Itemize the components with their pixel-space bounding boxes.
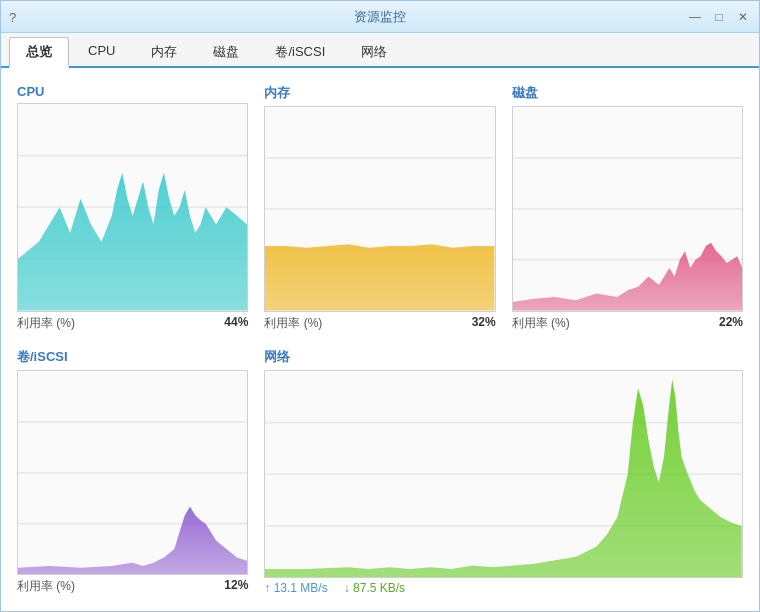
svg-marker-15 bbox=[18, 506, 247, 574]
memory-panel: 内存 利用率 (%) 3 bbox=[264, 84, 495, 332]
minimize-button[interactable]: — bbox=[687, 9, 703, 25]
volume-value: 12% bbox=[224, 578, 248, 595]
svg-marker-11 bbox=[513, 243, 742, 311]
svg-marker-7 bbox=[265, 244, 494, 310]
cpu-title: CPU bbox=[17, 84, 248, 99]
disk-label: 利用率 (%) bbox=[512, 315, 570, 332]
volume-footer: 利用率 (%) 12% bbox=[17, 575, 248, 595]
svg-marker-19 bbox=[265, 379, 742, 577]
close-button[interactable]: ✕ bbox=[735, 9, 751, 25]
disk-panel: 磁盘 利用率 (%) 2 bbox=[512, 84, 743, 332]
memory-label: 利用率 (%) bbox=[264, 315, 322, 332]
tab-volume[interactable]: 卷/iSCSI bbox=[258, 37, 342, 66]
memory-footer: 利用率 (%) 32% bbox=[264, 312, 495, 332]
cpu-footer: 利用率 (%) 44% bbox=[17, 312, 248, 332]
network-download: ↓ 87.5 KB/s bbox=[344, 581, 405, 595]
network-upload: ↑ 13.1 MB/s bbox=[264, 581, 327, 595]
svg-marker-3 bbox=[18, 173, 247, 311]
disk-value: 22% bbox=[719, 315, 743, 332]
tab-cpu[interactable]: CPU bbox=[71, 37, 132, 66]
network-title: 网络 bbox=[264, 348, 743, 366]
cpu-value: 44% bbox=[224, 315, 248, 332]
network-panel: 网络 ↑ 13.1 bbox=[264, 348, 743, 596]
disk-title: 磁盘 bbox=[512, 84, 743, 102]
volume-panel: 卷/iSCSI 利用率 (%) bbox=[17, 348, 248, 596]
cpu-chart bbox=[17, 103, 248, 312]
disk-chart bbox=[512, 106, 743, 312]
memory-value: 32% bbox=[472, 315, 496, 332]
tab-network[interactable]: 网络 bbox=[344, 37, 404, 66]
cpu-label: 利用率 (%) bbox=[17, 315, 75, 332]
download-arrow-icon: ↓ bbox=[344, 581, 353, 595]
main-window: ? 资源监控 — □ ✕ 总览 CPU 内存 磁盘 卷/iSCSI 网络 CPU bbox=[0, 0, 760, 612]
maximize-button[interactable]: □ bbox=[711, 9, 727, 25]
tab-overview[interactable]: 总览 bbox=[9, 37, 69, 68]
content-area: CPU 利用率 ( bbox=[1, 68, 759, 611]
memory-title: 内存 bbox=[264, 84, 495, 102]
window-controls: — □ ✕ bbox=[687, 9, 751, 25]
memory-chart bbox=[264, 106, 495, 312]
volume-label: 利用率 (%) bbox=[17, 578, 75, 595]
tab-disk[interactable]: 磁盘 bbox=[196, 37, 256, 66]
cpu-panel: CPU 利用率 ( bbox=[17, 84, 248, 332]
volume-title: 卷/iSCSI bbox=[17, 348, 248, 366]
volume-chart bbox=[17, 370, 248, 576]
window-title: 资源监控 bbox=[354, 8, 406, 26]
help-button[interactable]: ? bbox=[9, 9, 16, 24]
upload-arrow-icon: ↑ bbox=[264, 581, 273, 595]
title-bar: ? 资源监控 — □ ✕ bbox=[1, 1, 759, 33]
network-chart bbox=[264, 370, 743, 579]
network-footer: ↑ 13.1 MB/s ↓ 87.5 KB/s bbox=[264, 578, 743, 595]
disk-footer: 利用率 (%) 22% bbox=[512, 312, 743, 332]
tab-bar: 总览 CPU 内存 磁盘 卷/iSCSI 网络 bbox=[1, 33, 759, 68]
tab-memory[interactable]: 内存 bbox=[134, 37, 194, 66]
